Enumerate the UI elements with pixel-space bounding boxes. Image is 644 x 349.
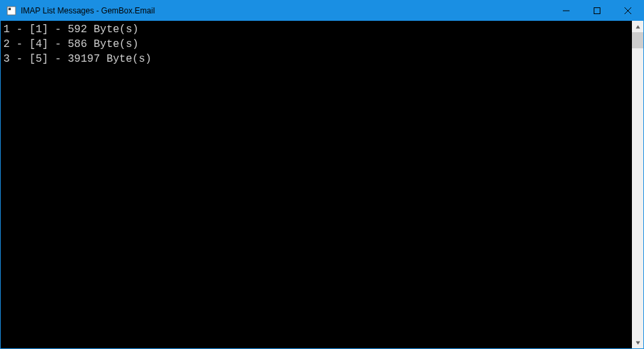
window-controls [551,1,643,21]
client-area: 1 - [1] - 592 Byte(s)2 - [4] - 586 Byte(… [1,21,643,348]
titlebar[interactable]: IMAP List Messages - GemBox.Email [1,1,643,21]
console-line: 3 - [5] - 39197 Byte(s) [3,52,629,66]
svg-rect-3 [594,8,600,14]
svg-marker-7 [635,341,639,344]
vertical-scrollbar[interactable] [632,21,643,348]
scroll-thumb[interactable] [632,32,643,48]
close-button[interactable] [612,1,643,21]
minimize-button[interactable] [551,1,582,21]
scroll-track[interactable] [632,32,643,337]
scroll-down-button[interactable] [632,337,643,348]
console-output: 1 - [1] - 592 Byte(s)2 - [4] - 586 Byte(… [1,21,632,348]
scroll-up-button[interactable] [632,21,643,32]
maximize-button[interactable] [582,1,612,21]
console-line: 1 - [1] - 592 Byte(s) [3,22,629,37]
window-title: IMAP List Messages - GemBox.Email [21,6,551,15]
console-line: 2 - [4] - 586 Byte(s) [3,37,629,52]
svg-rect-1 [9,8,11,11]
app-icon [6,5,17,16]
app-window: IMAP List Messages - GemBox.Email 1 - [1… [0,0,644,349]
svg-marker-6 [635,25,639,28]
